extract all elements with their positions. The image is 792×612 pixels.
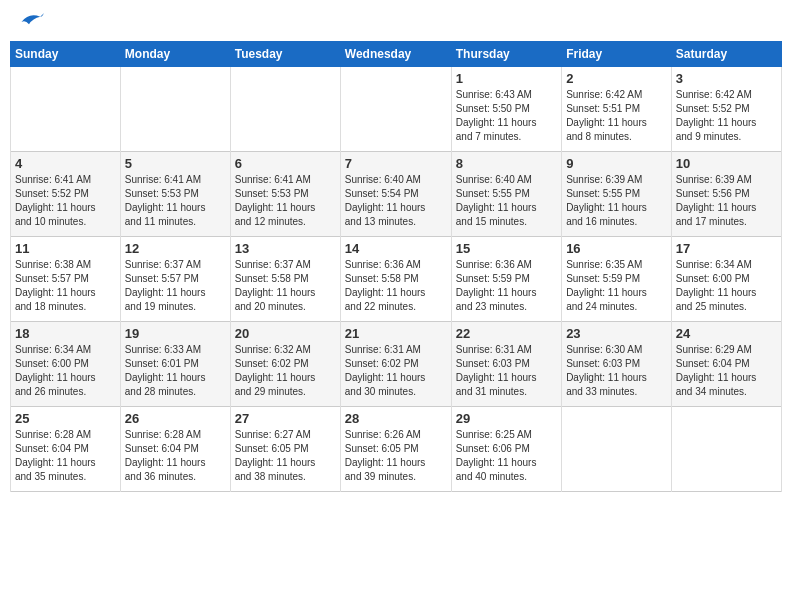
day-number: 28 [345, 411, 447, 426]
day-number: 16 [566, 241, 667, 256]
calendar-header-monday: Monday [120, 42, 230, 67]
day-info: Sunrise: 6:28 AM Sunset: 6:04 PM Dayligh… [15, 428, 116, 484]
day-number: 20 [235, 326, 336, 341]
day-info: Sunrise: 6:32 AM Sunset: 6:02 PM Dayligh… [235, 343, 336, 399]
calendar-cell [562, 407, 672, 492]
calendar-header-sunday: Sunday [11, 42, 121, 67]
calendar-cell [230, 67, 340, 152]
day-number: 12 [125, 241, 226, 256]
calendar-cell: 26Sunrise: 6:28 AM Sunset: 6:04 PM Dayli… [120, 407, 230, 492]
day-number: 25 [15, 411, 116, 426]
calendar-cell [671, 407, 781, 492]
day-number: 14 [345, 241, 447, 256]
day-info: Sunrise: 6:25 AM Sunset: 6:06 PM Dayligh… [456, 428, 557, 484]
day-info: Sunrise: 6:34 AM Sunset: 6:00 PM Dayligh… [15, 343, 116, 399]
day-info: Sunrise: 6:35 AM Sunset: 5:59 PM Dayligh… [566, 258, 667, 314]
day-info: Sunrise: 6:42 AM Sunset: 5:52 PM Dayligh… [676, 88, 777, 144]
day-info: Sunrise: 6:39 AM Sunset: 5:56 PM Dayligh… [676, 173, 777, 229]
calendar-week-row: 25Sunrise: 6:28 AM Sunset: 6:04 PM Dayli… [11, 407, 782, 492]
calendar-week-row: 11Sunrise: 6:38 AM Sunset: 5:57 PM Dayli… [11, 237, 782, 322]
calendar-cell: 16Sunrise: 6:35 AM Sunset: 5:59 PM Dayli… [562, 237, 672, 322]
day-number: 21 [345, 326, 447, 341]
calendar-cell: 11Sunrise: 6:38 AM Sunset: 5:57 PM Dayli… [11, 237, 121, 322]
calendar-cell: 22Sunrise: 6:31 AM Sunset: 6:03 PM Dayli… [451, 322, 561, 407]
day-info: Sunrise: 6:36 AM Sunset: 5:59 PM Dayligh… [456, 258, 557, 314]
day-number: 13 [235, 241, 336, 256]
day-number: 9 [566, 156, 667, 171]
day-number: 2 [566, 71, 667, 86]
calendar-cell: 25Sunrise: 6:28 AM Sunset: 6:04 PM Dayli… [11, 407, 121, 492]
day-number: 15 [456, 241, 557, 256]
calendar-cell: 18Sunrise: 6:34 AM Sunset: 6:00 PM Dayli… [11, 322, 121, 407]
calendar-cell: 13Sunrise: 6:37 AM Sunset: 5:58 PM Dayli… [230, 237, 340, 322]
day-info: Sunrise: 6:27 AM Sunset: 6:05 PM Dayligh… [235, 428, 336, 484]
calendar-cell: 1Sunrise: 6:43 AM Sunset: 5:50 PM Daylig… [451, 67, 561, 152]
day-number: 5 [125, 156, 226, 171]
day-info: Sunrise: 6:31 AM Sunset: 6:02 PM Dayligh… [345, 343, 447, 399]
calendar-cell: 29Sunrise: 6:25 AM Sunset: 6:06 PM Dayli… [451, 407, 561, 492]
calendar-cell: 4Sunrise: 6:41 AM Sunset: 5:52 PM Daylig… [11, 152, 121, 237]
calendar-cell [120, 67, 230, 152]
logo [10, 10, 44, 35]
calendar-cell: 9Sunrise: 6:39 AM Sunset: 5:55 PM Daylig… [562, 152, 672, 237]
calendar-cell: 14Sunrise: 6:36 AM Sunset: 5:58 PM Dayli… [340, 237, 451, 322]
day-number: 8 [456, 156, 557, 171]
day-info: Sunrise: 6:41 AM Sunset: 5:52 PM Dayligh… [15, 173, 116, 229]
calendar-cell [11, 67, 121, 152]
day-info: Sunrise: 6:41 AM Sunset: 5:53 PM Dayligh… [235, 173, 336, 229]
day-info: Sunrise: 6:41 AM Sunset: 5:53 PM Dayligh… [125, 173, 226, 229]
calendar-cell [340, 67, 451, 152]
day-info: Sunrise: 6:31 AM Sunset: 6:03 PM Dayligh… [456, 343, 557, 399]
calendar-header-wednesday: Wednesday [340, 42, 451, 67]
calendar-cell: 27Sunrise: 6:27 AM Sunset: 6:05 PM Dayli… [230, 407, 340, 492]
day-info: Sunrise: 6:38 AM Sunset: 5:57 PM Dayligh… [15, 258, 116, 314]
day-number: 10 [676, 156, 777, 171]
day-number: 26 [125, 411, 226, 426]
calendar-cell: 28Sunrise: 6:26 AM Sunset: 6:05 PM Dayli… [340, 407, 451, 492]
calendar-week-row: 18Sunrise: 6:34 AM Sunset: 6:00 PM Dayli… [11, 322, 782, 407]
calendar-cell: 15Sunrise: 6:36 AM Sunset: 5:59 PM Dayli… [451, 237, 561, 322]
calendar-header-thursday: Thursday [451, 42, 561, 67]
calendar-cell: 2Sunrise: 6:42 AM Sunset: 5:51 PM Daylig… [562, 67, 672, 152]
calendar-header-tuesday: Tuesday [230, 42, 340, 67]
page-header [10, 10, 782, 35]
day-info: Sunrise: 6:37 AM Sunset: 5:58 PM Dayligh… [235, 258, 336, 314]
calendar-cell: 23Sunrise: 6:30 AM Sunset: 6:03 PM Dayli… [562, 322, 672, 407]
calendar-week-row: 4Sunrise: 6:41 AM Sunset: 5:52 PM Daylig… [11, 152, 782, 237]
day-info: Sunrise: 6:28 AM Sunset: 6:04 PM Dayligh… [125, 428, 226, 484]
day-number: 23 [566, 326, 667, 341]
calendar-cell: 8Sunrise: 6:40 AM Sunset: 5:55 PM Daylig… [451, 152, 561, 237]
calendar-cell: 21Sunrise: 6:31 AM Sunset: 6:02 PM Dayli… [340, 322, 451, 407]
day-number: 24 [676, 326, 777, 341]
calendar-table: SundayMondayTuesdayWednesdayThursdayFrid… [10, 41, 782, 492]
day-number: 3 [676, 71, 777, 86]
calendar-cell: 24Sunrise: 6:29 AM Sunset: 6:04 PM Dayli… [671, 322, 781, 407]
day-info: Sunrise: 6:34 AM Sunset: 6:00 PM Dayligh… [676, 258, 777, 314]
calendar-cell: 12Sunrise: 6:37 AM Sunset: 5:57 PM Dayli… [120, 237, 230, 322]
calendar-header: SundayMondayTuesdayWednesdayThursdayFrid… [11, 42, 782, 67]
calendar-cell: 20Sunrise: 6:32 AM Sunset: 6:02 PM Dayli… [230, 322, 340, 407]
day-info: Sunrise: 6:42 AM Sunset: 5:51 PM Dayligh… [566, 88, 667, 144]
day-info: Sunrise: 6:40 AM Sunset: 5:55 PM Dayligh… [456, 173, 557, 229]
day-info: Sunrise: 6:29 AM Sunset: 6:04 PM Dayligh… [676, 343, 777, 399]
calendar-cell: 3Sunrise: 6:42 AM Sunset: 5:52 PM Daylig… [671, 67, 781, 152]
day-info: Sunrise: 6:33 AM Sunset: 6:01 PM Dayligh… [125, 343, 226, 399]
day-number: 17 [676, 241, 777, 256]
calendar-cell: 19Sunrise: 6:33 AM Sunset: 6:01 PM Dayli… [120, 322, 230, 407]
day-number: 18 [15, 326, 116, 341]
day-info: Sunrise: 6:37 AM Sunset: 5:57 PM Dayligh… [125, 258, 226, 314]
day-info: Sunrise: 6:26 AM Sunset: 6:05 PM Dayligh… [345, 428, 447, 484]
calendar-cell: 5Sunrise: 6:41 AM Sunset: 5:53 PM Daylig… [120, 152, 230, 237]
day-number: 1 [456, 71, 557, 86]
day-number: 7 [345, 156, 447, 171]
day-number: 19 [125, 326, 226, 341]
calendar-header-saturday: Saturday [671, 42, 781, 67]
day-number: 27 [235, 411, 336, 426]
logo-bird-icon [14, 10, 44, 30]
day-info: Sunrise: 6:36 AM Sunset: 5:58 PM Dayligh… [345, 258, 447, 314]
day-info: Sunrise: 6:43 AM Sunset: 5:50 PM Dayligh… [456, 88, 557, 144]
calendar-header-friday: Friday [562, 42, 672, 67]
day-number: 6 [235, 156, 336, 171]
day-number: 11 [15, 241, 116, 256]
day-info: Sunrise: 6:39 AM Sunset: 5:55 PM Dayligh… [566, 173, 667, 229]
